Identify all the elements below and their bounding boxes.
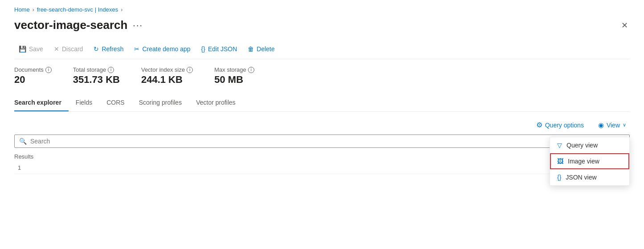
table-row: 1 xyxy=(14,162,630,174)
vector-index-info-icon[interactable]: i xyxy=(187,67,193,73)
tab-fields[interactable]: Fields xyxy=(69,94,99,111)
breadcrumb-service[interactable]: free-search-demo-svc | Indexes xyxy=(37,6,118,13)
breadcrumb: Home › free-search-demo-svc | Indexes › xyxy=(14,0,630,16)
results-label: Results xyxy=(14,153,630,160)
create-demo-button[interactable]: ✂ Create demo app xyxy=(130,43,195,55)
save-label: Save xyxy=(29,45,43,53)
view-dropdown-menu: ▽ Query view 🖼 Image view {} JSON view xyxy=(550,137,630,186)
stat-documents-value: 20 xyxy=(14,74,52,86)
create-demo-icon: ✂ xyxy=(134,45,139,53)
title-left: vector-image-search ··· xyxy=(14,18,143,32)
tab-cors[interactable]: CORS xyxy=(99,94,131,111)
stat-max-storage-label: Max storage xyxy=(214,66,246,73)
delete-button[interactable]: 🗑 Delete xyxy=(243,43,279,55)
query-options-icon: ⚙ xyxy=(536,121,542,129)
stat-total-storage-label: Total storage xyxy=(73,66,106,73)
view-icon: ◉ xyxy=(598,121,604,129)
breadcrumb-home[interactable]: Home xyxy=(14,6,30,13)
stat-total-storage: Total storage i 351.73 KB xyxy=(73,66,120,86)
stat-documents: Documents i 20 xyxy=(14,66,52,86)
breadcrumb-sep1: › xyxy=(33,7,34,13)
filter-icon: ▽ xyxy=(557,142,562,149)
refresh-button[interactable]: ↻ Refresh xyxy=(89,43,128,55)
stat-max-storage: Max storage i 50 MB xyxy=(214,66,254,86)
breadcrumb-sep2: › xyxy=(121,7,122,13)
search-input-wrapper: 🔍 xyxy=(14,135,630,148)
stat-vector-index-size: Vector index size i 244.1 KB xyxy=(141,66,193,86)
braces-icon: {} xyxy=(557,174,561,181)
total-storage-info-icon[interactable]: i xyxy=(108,67,114,73)
dropdown-query-view-label: Query view xyxy=(567,142,598,149)
edit-json-button[interactable]: {} Edit JSON xyxy=(197,43,242,55)
tabs-row: Search explorer Fields CORS Scoring prof… xyxy=(14,94,630,112)
edit-json-label: Edit JSON xyxy=(208,45,237,53)
tab-search-explorer[interactable]: Search explorer xyxy=(14,94,69,111)
max-storage-info-icon[interactable]: i xyxy=(248,67,254,73)
search-icon: 🔍 xyxy=(19,138,27,145)
save-icon: 💾 xyxy=(19,45,26,53)
delete-icon: 🗑 xyxy=(248,45,254,53)
close-button[interactable]: ✕ xyxy=(620,19,630,32)
discard-button[interactable]: ✕ Discard xyxy=(49,43,87,55)
more-options-icon[interactable]: ··· xyxy=(133,20,143,30)
refresh-icon: ↻ xyxy=(94,45,99,53)
title-row: vector-image-search ··· ✕ xyxy=(14,16,630,39)
stat-vector-index-size-label: Vector index size xyxy=(141,66,185,73)
image-icon: 🖼 xyxy=(557,158,563,165)
refresh-label: Refresh xyxy=(102,45,123,53)
save-button[interactable]: 💾 Save xyxy=(14,43,48,55)
dropdown-image-view-label: Image view xyxy=(568,158,599,165)
stats-row: Documents i 20 Total storage i 351.73 KB… xyxy=(14,66,630,86)
dropdown-item-query-view[interactable]: ▽ Query view xyxy=(550,137,629,153)
stat-documents-label: Documents xyxy=(14,66,44,73)
stat-max-storage-value: 50 MB xyxy=(214,74,254,86)
discard-icon: ✕ xyxy=(54,45,59,53)
discard-label: Discard xyxy=(62,45,83,53)
toolbar: 💾 Save ✕ Discard ↻ Refresh ✂ Create demo… xyxy=(14,39,630,59)
dropdown-json-view-label: JSON view xyxy=(566,174,596,181)
query-options-label: Query options xyxy=(545,122,584,129)
row-content xyxy=(32,162,630,174)
stat-vector-index-size-value: 244.1 KB xyxy=(141,74,193,86)
chevron-down-icon: ∨ xyxy=(623,122,626,128)
create-demo-label: Create demo app xyxy=(142,45,190,53)
view-button[interactable]: ◉ View ∨ xyxy=(595,119,630,131)
page-title: vector-image-search xyxy=(14,18,127,32)
edit-json-icon: {} xyxy=(201,45,205,53)
row-index: 1 xyxy=(14,162,32,174)
search-input[interactable] xyxy=(30,138,625,145)
dropdown-item-image-view[interactable]: 🖼 Image view xyxy=(550,153,629,169)
documents-info-icon[interactable]: i xyxy=(45,67,52,73)
tab-scoring-profiles[interactable]: Scoring profiles xyxy=(132,94,189,111)
search-toolbar: ⚙ Query options ◉ View ∨ ▽ Query view 🖼 … xyxy=(14,112,630,135)
dropdown-item-json-view[interactable]: {} JSON view xyxy=(550,169,629,185)
delete-label: Delete xyxy=(257,45,274,53)
query-options-button[interactable]: ⚙ Query options xyxy=(533,119,587,131)
results-table: 1 xyxy=(14,162,630,174)
stat-total-storage-value: 351.73 KB xyxy=(73,74,120,86)
view-label: View xyxy=(607,122,620,129)
search-box-row: 🔍 xyxy=(14,135,630,148)
tab-vector-profiles[interactable]: Vector profiles xyxy=(189,94,243,111)
